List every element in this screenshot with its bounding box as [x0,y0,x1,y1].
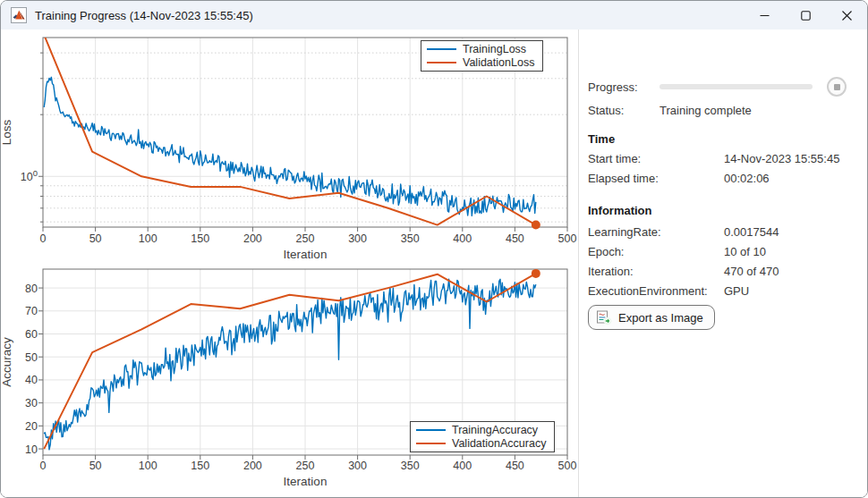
elapsed-time-value: 00:02:06 [724,172,770,185]
export-as-image-label: Export as Image [618,311,703,325]
iteration-row: Iteration: 470 of 470 [588,262,860,280]
epoch-row: Epoch: 10 of 10 [588,242,860,260]
elapsed-time-label: Elapsed time: [588,172,724,185]
status-row: Status: Training complete [588,101,860,119]
matlab-icon [11,7,27,23]
validation-accuracy-legend-line [416,443,446,444]
progress-bar [660,84,813,89]
legend-entry-validation-accuracy: ValidationAccuracy [416,437,546,450]
start-time-label: Start time: [588,152,724,165]
iteration-label: Iteration: [588,265,724,278]
export-as-image-button[interactable]: Export as Image [588,305,715,330]
stop-button[interactable] [827,77,847,97]
training-progress-window: Training Progress (14-Nov-2023 15:55:45) [0,0,868,498]
learning-rate-row: LearningRate: 0.0017544 [588,223,860,241]
training-accuracy-legend-label: TrainingAccuracy [452,424,538,436]
progress-label: Progress: [588,80,660,94]
close-button[interactable] [826,1,867,30]
window-controls [744,1,867,30]
training-accuracy-legend-line [416,429,446,431]
legend-entry-validation-loss: ValidationLoss [427,56,534,69]
minimize-icon [760,11,770,21]
legend-entry-training-loss: TrainingLoss [427,43,534,55]
minimize-button[interactable] [744,1,785,30]
legend-entry-training-accuracy: TrainingAccuracy [416,424,546,436]
window-title: Training Progress (14-Nov-2023 15:55:45) [35,9,253,22]
validation-loss-legend-line [427,62,456,63]
status-value: Training complete [660,104,752,117]
titlebar[interactable]: Training Progress (14-Nov-2023 15:55:45) [1,1,867,30]
progress-row: Progress: [588,78,860,96]
elapsed-time-row: Elapsed time: 00:02:06 [588,169,860,187]
iteration-value: 470 of 470 [724,265,779,278]
start-time-value: 14-Nov-2023 15:55:45 [724,152,839,165]
status-label: Status: [588,104,660,117]
execution-environment-label: ExecutionEnvironment: [588,284,724,298]
execution-environment-value: GPU [724,284,749,298]
learning-rate-label: LearningRate: [588,225,724,239]
maximize-icon [801,11,811,21]
execution-environment-row: ExecutionEnvironment: GPU [588,282,860,300]
start-time-row: Start time: 14-Nov-2023 15:55:45 [588,149,860,167]
close-icon [842,11,852,21]
learning-rate-value: 0.0017544 [724,225,779,239]
epoch-value: 10 of 10 [724,245,766,258]
loss-legend: TrainingLoss ValidationLoss [421,40,543,72]
time-section-header: Time [588,130,860,148]
validation-loss-legend-label: ValidationLoss [463,56,534,69]
info-panel: Progress: Status: Training complete Time… [580,30,867,497]
training-loss-legend-label: TrainingLoss [463,43,526,55]
information-section-header: Information [588,201,860,219]
training-loss-legend-line [427,48,456,50]
accuracy-legend: TrainingAccuracy ValidationAccuracy [410,421,555,452]
validation-accuracy-legend-label: ValidationAccuracy [452,437,546,450]
export-image-icon [596,309,612,325]
epoch-label: Epoch: [588,245,724,258]
maximize-button[interactable] [785,1,826,30]
